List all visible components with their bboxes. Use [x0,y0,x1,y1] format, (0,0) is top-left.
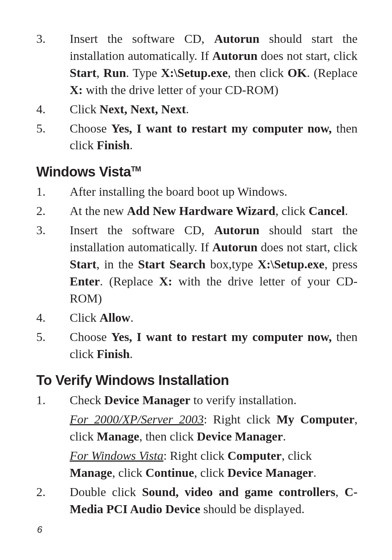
item-number: 1. [36,392,70,482]
bold: Device Manager [227,466,313,479]
ordered-list-b: 1. After installing the board boot up Wi… [36,183,358,362]
text: : Right click [204,413,277,426]
bold: Cancel [309,204,345,218]
text: does not start, click [257,49,358,62]
bold: Autorun [214,223,260,237]
text: After installing the board boot up Windo… [70,185,287,198]
text: Double click [70,485,142,499]
text: , click [194,466,228,479]
text: with the drive letter of your CD-ROM) [83,83,278,97]
list-item: 2. At the new Add New Hardware Wizard, c… [36,203,358,220]
text: box,type [205,257,258,271]
item-number: 3. [36,31,70,99]
text: , click [282,449,312,462]
text: . [130,311,134,324]
text: , then click [228,66,288,80]
text: . [313,466,317,479]
bold: Device Manager [197,430,283,443]
text: . [345,204,348,218]
bold: X: [159,275,172,288]
heading-verify-install: To Verify Windows Installation [36,373,358,388]
text: , click [112,466,146,479]
bold: Manage [97,430,139,443]
bold: X: [70,83,83,97]
text: Click [70,311,99,324]
item-number: 3. [36,222,70,307]
list-item: 5. Choose Yes, I want to restart my comp… [36,120,358,154]
list-item: 2. Double click Sound, video and game co… [36,484,358,518]
list-item: 5. Choose Yes, I want to restart my comp… [36,329,358,363]
text: . [130,138,133,152]
text: . (Replace [307,66,358,80]
item-text: At the new Add New Hardware Wizard, clic… [70,203,358,220]
text: , in the [97,257,138,271]
item-number: 4. [36,309,70,326]
item-number: 4. [36,101,70,118]
text: does not start, click [257,240,358,254]
text: Choose [70,330,111,344]
item-number: 5. [36,120,70,154]
bold: Computer [228,449,282,462]
bold: Finish [97,347,130,361]
item-number: 2. [36,484,70,518]
text: , [97,66,103,80]
text: Check [70,393,104,407]
text: . Type [126,66,161,80]
bold: My Computer [277,413,355,426]
text: , [335,485,344,499]
bold: Autorun [212,49,258,62]
bold: Enter [70,275,100,288]
trademark-symbol: TM [131,165,141,173]
item-text: Double click Sound, video and game contr… [70,484,358,518]
list-item: 1. Check Device Manager to verify instal… [36,392,358,482]
text: Insert the software CD, [70,32,214,45]
item-text: Choose Yes, I want to restart my compute… [70,329,358,363]
text: , press [324,257,358,271]
heading-text: Windows Vista [36,164,131,179]
text: to verify installation. [190,393,297,407]
text: should be displayed. [200,502,305,516]
text: Click [70,102,99,116]
bold: X:\Setup.exe [258,257,324,271]
underline-italic: For 2000/XP/Server 2003 [70,413,204,426]
text: . [186,102,189,116]
text: . (Replace [100,275,159,288]
bold: OK [287,66,307,80]
bold: Allow [99,311,130,324]
bold: Continue [146,466,194,479]
item-text: Choose Yes, I want to restart my compute… [70,120,358,154]
text: , click [275,204,309,218]
bold: Start Search [138,257,205,271]
bold: Yes, I want to restart my computer now, [111,122,332,135]
bold: Start [70,66,97,80]
item-text: Click Next, Next, Next. [70,101,358,118]
bold: Autorun [212,240,258,254]
list-item: 4. Click Allow. [36,309,358,326]
item-number: 1. [36,183,70,200]
bold: Manage [70,466,112,479]
text: Choose [70,122,111,135]
text: Insert the software CD, [70,223,214,237]
list-item: 4. Click Next, Next, Next. [36,101,358,118]
bold: Yes, I want to restart my computer now, [111,330,332,344]
list-item: 3. Insert the software CD, Autorun shoul… [36,222,358,307]
document-page: 3. Insert the software CD, Autorun shoul… [0,0,392,560]
ordered-list-a: 3. Insert the software CD, Autorun shoul… [36,31,358,154]
bold: Finish [97,138,130,152]
bold: Add New Hardware Wizard [127,204,275,218]
page-number: 6 [37,524,42,535]
bold: Run [103,66,126,80]
bold: Device Manager [104,393,190,407]
ordered-list-c: 1. Check Device Manager to verify instal… [36,392,358,518]
bold: Autorun [214,32,260,45]
text: . [283,430,286,443]
item-number: 5. [36,329,70,363]
item-text: Insert the software CD, Autorun should s… [70,222,358,307]
text: : Right click [163,449,228,462]
item-text: Check Device Manager to verify installat… [70,392,358,482]
item-text: Click Allow. [70,309,358,326]
list-item: 1. After installing the board boot up Wi… [36,183,358,200]
item-number: 2. [36,203,70,220]
bold: Start [70,257,97,271]
underline-italic: For Windows Vista [70,449,163,462]
